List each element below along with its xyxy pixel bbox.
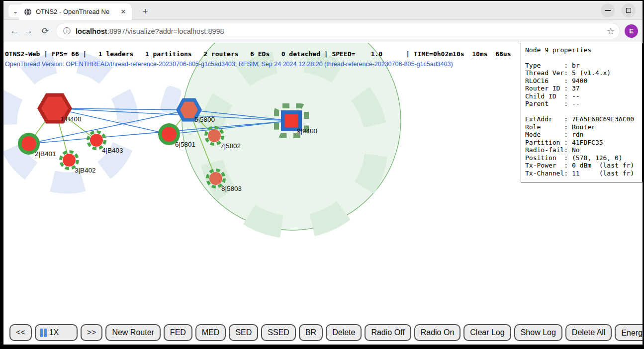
- radio-on-button[interactable]: Radio On: [414, 324, 461, 341]
- address-bar: ← → ⟳ ⓘ localhost:8997/visualize?addr=lo…: [3, 20, 643, 42]
- new-tab-button[interactable]: +: [139, 5, 152, 18]
- clear-log-button[interactable]: Clear Log: [463, 324, 511, 341]
- sed-button[interactable]: SED: [229, 324, 258, 341]
- reload-button[interactable]: ⟳: [38, 24, 52, 38]
- tab-otns2[interactable]: OTNS2 - OpenThread Ne ✕: [19, 3, 132, 20]
- minimize-icon: [605, 10, 611, 11]
- simulator-toolbar: << 1X >> New Router FED MED SED SSED BR …: [9, 324, 643, 341]
- node-label: 4|B403: [102, 147, 123, 154]
- node-label: 3|B402: [75, 167, 96, 174]
- speed-down-button[interactable]: <<: [9, 324, 32, 341]
- globe-favicon-icon: [24, 8, 32, 16]
- window-maximize-button[interactable]: [622, 3, 636, 17]
- show-log-button[interactable]: Show Log: [514, 324, 562, 341]
- radio-off-button[interactable]: Radio Off: [365, 324, 411, 341]
- url-text: localhost:8997/visualize?addr=localhost:…: [76, 27, 603, 35]
- otns-canvas: 1|B400 2|B401 3|B402 4|B403: [3, 43, 643, 345]
- bookmark-star-icon[interactable]: ☆: [607, 26, 615, 37]
- profile-avatar[interactable]: E: [625, 24, 638, 38]
- chevron-down-icon: ⌄: [13, 7, 18, 15]
- node-properties-panel: Node 9 properties Type : br Thread Ver: …: [521, 43, 643, 182]
- openthread-version-line: OpenThread Version: OPENTHREAD/thread-re…: [5, 61, 453, 68]
- properties-title: Node 9 properties: [525, 46, 638, 54]
- tab-strip: ⌄ OTNS2 - OpenThread Ne ✕ +: [3, 1, 643, 20]
- node-label: 7|5802: [220, 142, 241, 150]
- fed-button[interactable]: FED: [164, 324, 192, 341]
- speed-button[interactable]: 1X: [35, 324, 78, 341]
- node-4[interactable]: 4|B403: [88, 132, 123, 154]
- maximize-icon: [626, 8, 631, 13]
- node-3[interactable]: 3|B402: [61, 152, 96, 174]
- browser-window: ⌄ OTNS2 - OpenThread Ne ✕ + ← → ⟳ ⓘ loca…: [0, 0, 644, 349]
- url-field[interactable]: ⓘ localhost:8997/visualize?addr=localhos…: [56, 23, 620, 39]
- med-button[interactable]: MED: [195, 324, 226, 341]
- close-tab-icon[interactable]: ✕: [119, 7, 128, 16]
- window-minimize-button[interactable]: [601, 3, 615, 17]
- browser-content: ⌄ OTNS2 - OpenThread Ne ✕ + ← → ⟳ ⓘ loca…: [3, 1, 643, 345]
- pause-icon: [40, 329, 47, 337]
- ssed-button[interactable]: SSED: [261, 324, 296, 341]
- speed-label: 1X: [49, 328, 59, 337]
- node-label: 9|9400: [297, 127, 317, 135]
- node-label: 5|5800: [194, 116, 215, 123]
- forward-button[interactable]: →: [21, 24, 35, 38]
- url-host: localhost: [76, 27, 107, 35]
- br-button[interactable]: BR: [299, 324, 323, 341]
- back-button[interactable]: ←: [7, 24, 21, 38]
- node-label: 1|B400: [60, 115, 82, 123]
- new-router-button[interactable]: New Router: [105, 324, 160, 341]
- status-bar: OTNS2-Web | FPS= 66 | 1 leaders 1 partit…: [5, 50, 511, 58]
- energy-stats-button[interactable]: Energy-stats ↗: [615, 324, 643, 341]
- tab-title: OTNS2 - OpenThread Ne: [36, 8, 119, 15]
- node-label: 6|5801: [175, 141, 195, 148]
- page-info-icon[interactable]: ⓘ: [63, 26, 71, 36]
- delete-button[interactable]: Delete: [326, 324, 362, 341]
- node-label: 8|5803: [221, 185, 242, 192]
- url-path: :8997/visualize?addr=localhost:8998: [107, 27, 224, 35]
- speed-up-button[interactable]: >>: [81, 324, 103, 341]
- node-label: 2|B401: [35, 150, 56, 158]
- delete-all-button[interactable]: Delete All: [565, 324, 612, 341]
- properties-lines: Type : br Thread Ver: 5 (v1.4.x) RLOC16 …: [525, 62, 638, 177]
